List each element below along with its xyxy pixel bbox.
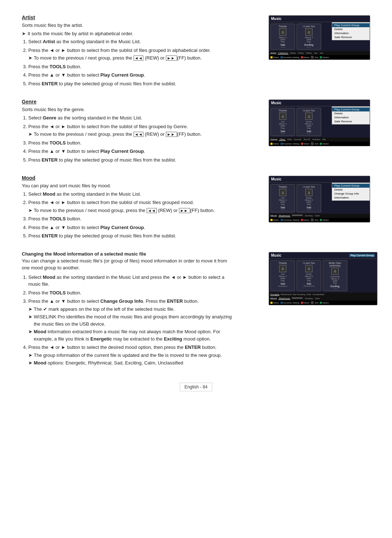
nav-item-rhythmical[interactable]: Rhythmical xyxy=(278,215,291,217)
genre-panel: Music Thanks ♫ JoeAlbum 12005Pop Sad • •… xyxy=(269,99,370,165)
nav-item-joe2[interactable]: Joe xyxy=(319,52,324,54)
menu-delete[interactable]: Delete xyxy=(332,111,369,115)
artist-context-menu[interactable]: Play Current Group Delete Information Sa… xyxy=(332,22,370,40)
artist-note1-text: It sorts the music file by artist in alp… xyxy=(28,30,133,37)
artist-card-2: I Love You ♫ Album 22005Pop Exciting • •… xyxy=(297,24,321,50)
nav-label: Artist xyxy=(270,52,276,54)
card-title: I Love You xyxy=(298,25,320,28)
changing-panel-footer: Select Favorites Setting Select ⬛Sort Op… xyxy=(269,301,377,305)
arrow-icon: ➤ xyxy=(28,54,32,62)
menu-play-current-group[interactable]: Play Current Group xyxy=(332,107,369,111)
nav-item-calm[interactable]: Calm xyxy=(314,297,320,300)
card-title: I Love You xyxy=(298,186,320,188)
footer-btn-favorites: Favorites Setting xyxy=(281,219,299,221)
nav-item-sounds[interactable]: Sounds xyxy=(293,138,302,141)
red-btn xyxy=(301,302,303,304)
music-note-icon: ♫ xyxy=(305,28,313,36)
nav-item-joe[interactable]: Joe xyxy=(313,52,318,54)
footer-btn-favorites: Favorites Setting xyxy=(281,143,299,145)
nav-item-darby3[interactable]: Darby xyxy=(305,52,313,54)
genre-step-2: Press the ◄ or ► button to select from t… xyxy=(28,123,232,138)
page-num: 84 xyxy=(203,384,207,390)
menu-information[interactable]: Information xyxy=(332,31,369,35)
artist-note1: ➤ It sorts the music file by artist in a… xyxy=(22,30,232,37)
mood-context-menu[interactable]: Play Current Group Delete Change Group I… xyxy=(332,183,370,201)
mood-title: Mood xyxy=(22,175,232,181)
nav-items: Other R&B Sounds Top 40 Ambient Bal. xyxy=(279,138,327,141)
page-content: Artist Sorts music files by the artist. … xyxy=(22,15,370,391)
footer-btn-option: Option xyxy=(320,302,329,304)
menu-information[interactable]: Information xyxy=(332,196,369,200)
menu-play-current-group[interactable]: Play Current Group xyxy=(332,184,369,188)
artist-panel-body: Thanks ♫ Album 12005Pop Sad • • • I Love… xyxy=(269,22,370,51)
mood-panel: Music Thanks ♫ JoeAlbum 12005Pop Sad • •… xyxy=(269,176,370,241)
mood-music-panel: Music Thanks ♫ JoeAlbum 12005Pop Sad • •… xyxy=(269,176,370,223)
genre-step-4: Press the ▲ or ▼ button to select Play C… xyxy=(28,148,232,155)
nav-item-calm[interactable]: Calm xyxy=(314,215,320,217)
artist-subtitle: Sorts music files by the artist. xyxy=(22,22,232,29)
menu-safe-remove[interactable]: Safe Remove xyxy=(332,35,369,39)
nav-items: Rhythmical Exciting Calm xyxy=(278,297,321,300)
changing-music-panel: Music Play Current Group Thanks ♫ JoeAlb… xyxy=(269,252,377,305)
genre-panel-header: Music xyxy=(269,100,370,106)
menu-information[interactable]: Information xyxy=(332,115,369,119)
artist-panel-header: Music xyxy=(269,16,370,22)
card-title: Thanks xyxy=(272,25,294,28)
footer-btn-select2: Select xyxy=(301,219,310,221)
red-btn xyxy=(301,219,303,221)
mood-bar-calm[interactable]: Calm xyxy=(306,293,311,296)
nav-item-darby2[interactable]: Darby xyxy=(297,52,305,54)
mood-bar-rhythmical[interactable]: Rhythmical xyxy=(281,293,291,296)
mood-step-4: Press the ▲ or ▼ button to select Play C… xyxy=(28,224,232,231)
blue-btn xyxy=(281,302,283,304)
nav-item-other[interactable]: Other xyxy=(279,138,286,141)
mood-card-2: I Love You ♫ DarbyAlbum 22005Pop Sad • •… xyxy=(297,184,321,212)
blue-btn xyxy=(281,56,283,58)
yellow-btn xyxy=(270,143,273,145)
nav-item-rhythmical[interactable]: Rhythmical xyxy=(278,297,291,300)
mood-bar-sad[interactable]: Sad xyxy=(293,293,297,296)
menu-change-group-info[interactable]: Change Group Info xyxy=(332,192,369,196)
mood-section: Mood You can play and sort music files b… xyxy=(22,175,370,241)
mood-step-5: Press ENTER to play the selected group o… xyxy=(28,232,232,240)
changing-note3-text: Mood information extracted from a music … xyxy=(34,328,232,342)
nav-item-bal[interactable]: Bal. xyxy=(322,138,327,141)
footer-btn-select2: Select xyxy=(301,143,310,145)
changing-section: Changing the Mood information of a selec… xyxy=(22,251,370,368)
genre-context-menu[interactable]: Play Current Group Delete Information Sa… xyxy=(332,106,370,125)
panel-header-right: Play Current Group xyxy=(349,254,375,257)
mood-bar-unclassified[interactable]: Unclassified xyxy=(313,293,324,296)
mood-panel-header: Music xyxy=(269,176,370,183)
menu-delete[interactable]: Delete xyxy=(332,188,369,192)
changing-step4-note1: ➤ The group information of the current f… xyxy=(28,352,232,359)
nav-item-exciting[interactable]: Exciting xyxy=(304,215,313,217)
genre-steps: Select Genre as the sorting standard in … xyxy=(28,114,232,163)
card-mood: Sad xyxy=(298,282,320,285)
changing-card-3: Better than yesterday ♫ CatherineAlbum 3… xyxy=(323,260,347,291)
menu-safe-remove[interactable]: Safe Remove xyxy=(332,119,369,123)
menu-play-current-group[interactable]: Play Current Group xyxy=(332,23,369,27)
nav-item-rb[interactable]: R&B xyxy=(286,138,292,141)
changing-step4-note1-text: The group information of the current fil… xyxy=(34,352,222,359)
nav-item-top40[interactable]: Top 40 xyxy=(303,138,311,141)
changing-cards-area: Thanks ♫ JoeAlbum 12005Pop Sad Energetic… xyxy=(269,259,377,293)
card-dots: • • • xyxy=(324,288,346,290)
nav-item-ambient[interactable]: Ambient xyxy=(311,138,321,141)
card-info: Album 22005Pop xyxy=(298,36,320,43)
mood-bar-energetic[interactable]: Energetic xyxy=(270,293,279,296)
arrow-icon: ➤ xyxy=(28,352,32,359)
card-title: Thanks xyxy=(272,262,294,264)
footer-btn-select: Select xyxy=(270,302,279,304)
genre-music-panel: Music Thanks ♫ JoeAlbum 12005Pop Sad • •… xyxy=(269,99,370,146)
artist-panel-nav: Artist Catherine Darby Darby Darby Joe J… xyxy=(269,51,370,55)
nav-item-exciting[interactable]: Exciting xyxy=(304,297,313,300)
mood-step-1: Select Mood as the sorting standard in t… xyxy=(28,191,232,198)
card-info: JoeAlbum 12005Pop xyxy=(272,273,294,282)
footer-btn-sort: ⬛Sort xyxy=(311,219,318,221)
footer-btn-favorites: Favorites Setting xyxy=(281,302,299,304)
menu-delete[interactable]: Delete xyxy=(332,27,369,31)
nav-item-catherine[interactable]: Catherine xyxy=(278,52,289,54)
nav-item-darby[interactable]: Darby xyxy=(289,52,297,54)
mood-bar-exciting[interactable]: Exciting xyxy=(298,293,305,296)
genre-step-3: Press the TOOLS button. xyxy=(28,139,232,147)
